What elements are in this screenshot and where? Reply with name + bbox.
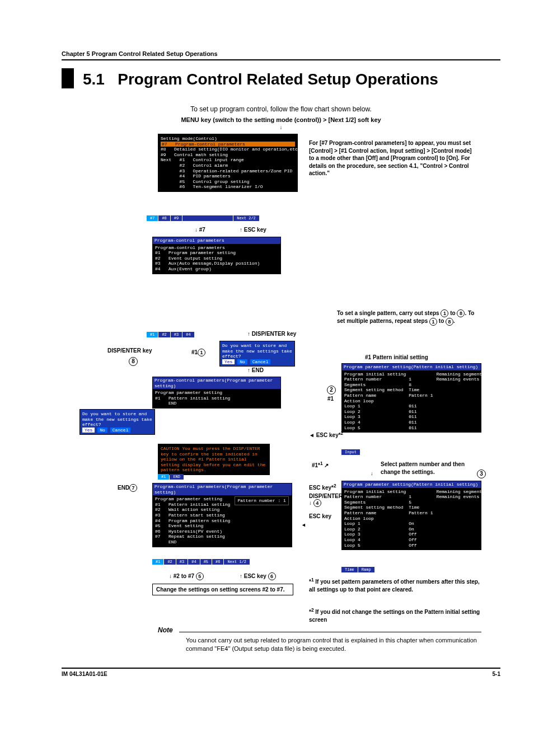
screen-pattern-initial-a: Program parameter setting(Pattern initia… <box>341 363 481 433</box>
label-num1-1: #11 <box>191 349 205 356</box>
label-esc-1: ↑ ESC key <box>240 227 266 233</box>
left-arrow-4: ◄ <box>301 522 306 528</box>
step-3: 3 <box>477 469 486 478</box>
tab-strip-1: #7 #8 #9 Next 2/2 <box>147 215 259 221</box>
right-note-1: For [#7 Program-control parameters] to a… <box>309 139 477 177</box>
label-num1-right: #1 <box>327 396 334 402</box>
footnote-1: *1 If you set pattern parameters of othe… <box>309 577 483 593</box>
screen-program-param-setting-2: Program-control parameters(Program param… <box>152 483 292 547</box>
footnote-2: *2 If you did not change the settings on… <box>309 607 483 623</box>
confirm-dialog-left: Do you want to store and make the new se… <box>79 409 155 435</box>
change-settings-box: Change the settings on setting screens #… <box>152 584 293 595</box>
label-esc-star-b: ESC key*2 <box>309 483 336 491</box>
label-esc-6: ↑ ESC key 6 <box>240 572 276 580</box>
step-2: 2 <box>327 386 336 395</box>
confirm-dialog-mid: Do you want to store and make the new se… <box>219 341 295 367</box>
section-title: 5.1 Program Control Related Setup Operat… <box>62 68 500 88</box>
label-esc-star-a: ◄ ESC key*2 <box>309 430 343 438</box>
label-pattern-initial: #1 Pattern initial setting <box>365 354 428 360</box>
screen-program-param-setting: Program-control parameters(Program param… <box>152 377 281 408</box>
note-label: Note <box>158 626 173 634</box>
menu-path: MENU key (switch to the setting mode (co… <box>62 116 500 123</box>
caution-box: CAUTION You must press the DISP/ENTER ke… <box>158 444 270 475</box>
running-header: Chapter 5 Program Control Related Setup … <box>62 50 500 60</box>
screen-program-control-params: Program-control parameters Program-contr… <box>152 237 281 274</box>
label-end-mid: ↑ END <box>247 367 264 373</box>
section-number: 5.1 <box>83 71 105 88</box>
section-heading: Program Control Related Setup Operations <box>118 71 438 88</box>
screen-pattern-initial-b: Program parameter setting(Pattern initia… <box>341 481 481 550</box>
down-arrow-3: ↓ <box>371 471 373 476</box>
label-end-left: END7 <box>118 484 137 492</box>
tab-strip-2: #1#2#3#4 <box>147 332 194 337</box>
footer-page-number: 5-1 <box>493 671 500 677</box>
note-body: You cannot carry out setup related to pr… <box>186 636 477 653</box>
tab-strip-pa: Input <box>341 449 360 455</box>
page-footer: IM 04L31A01-01E 5-1 <box>62 668 500 677</box>
select-pattern-text: Select pattern number and then change th… <box>381 461 481 476</box>
label-disp-enter-left: DISP/ENTER key <box>107 348 152 354</box>
intro-text: To set up program control, follow the fl… <box>62 105 500 113</box>
step-8: 8 <box>129 357 138 366</box>
flow-diagram: Setting mode(Control) #7 Program-control… <box>74 130 488 656</box>
label-esc-4: ESC key <box>309 513 331 519</box>
screen-setting-mode: Setting mode(Control) #7 Program-control… <box>158 134 298 192</box>
tab-strip-3: #1END <box>158 474 184 480</box>
down-arrow-icon: ↓ <box>62 124 500 130</box>
label-2to7: ↓ #2 to #7 5 <box>169 572 204 580</box>
label-num7: ↓ #7 <box>195 227 205 233</box>
label-num1-star: #1*1 ↗ <box>312 461 329 468</box>
tab-strip-pb: Time Ramp <box>341 567 374 572</box>
right-note-2: To set a single pattern, carry out steps… <box>337 309 483 326</box>
label-disp-enter-1: ↑ DISP/ENTER key <box>247 331 296 337</box>
tab-strip-4: #1 #2 #3 #4 #5 #6 Next 1/2 <box>152 559 250 565</box>
footer-doc-id: IM 04L31A01-01E <box>62 671 107 677</box>
